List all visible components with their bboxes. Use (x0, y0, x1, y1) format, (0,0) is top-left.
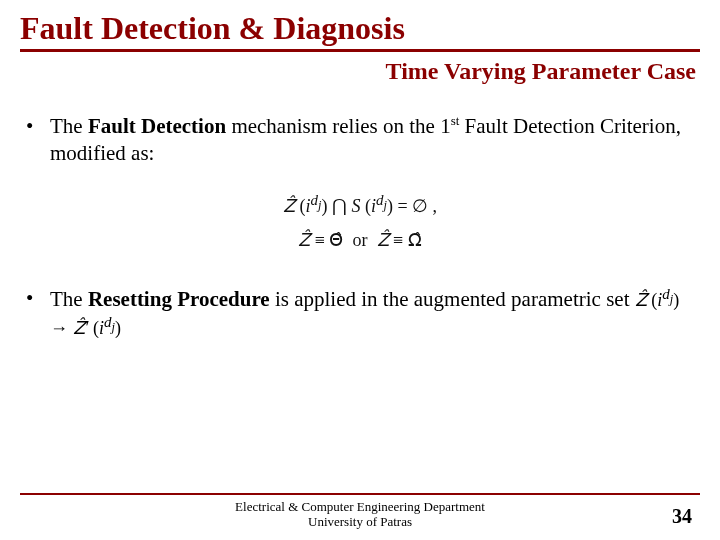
slide-subtitle: Time Varying Parameter Case (20, 58, 700, 85)
footer-line-2: University of Patras (0, 514, 720, 530)
slide: Fault Detection & Diagnosis Time Varying… (0, 0, 720, 540)
equation-image: Ẑ (idj) ⋂ S (idj) = ∅ , Ẑ ≡ Θ̂ or Ẑ ≡ Ω̂ (283, 186, 437, 257)
title-rule (20, 49, 700, 52)
equation-line-2: Ẑ ≡ Θ̂ or Ẑ ≡ Ω̂ (283, 223, 437, 257)
text-bold: Resetting Procedure (88, 287, 270, 311)
text-bold: Fault Detection (88, 114, 226, 138)
footer-text: Electrical & Computer Engineering Depart… (0, 499, 720, 530)
footer-line-1: Electrical & Computer Engineering Depart… (0, 499, 720, 515)
bullet-item-1: • The Fault Detection mechanism relies o… (26, 113, 694, 168)
content-area: • The Fault Detection mechanism relies o… (20, 113, 700, 540)
page-number: 34 (672, 505, 692, 528)
bullet-text-1: The Fault Detection mechanism relies on … (50, 113, 694, 168)
bullet-marker: • (26, 285, 50, 342)
text-fragment: mechanism relies on the 1 (226, 114, 451, 138)
equation-line-1: Ẑ (idj) ⋂ S (idj) = ∅ , (283, 186, 437, 223)
footer-rule (20, 493, 700, 495)
slide-title: Fault Detection & Diagnosis (20, 10, 700, 49)
text-fragment: is applied in the augmented parametric s… (270, 287, 635, 311)
text-fragment: The (50, 114, 88, 138)
text-fragment: The (50, 287, 88, 311)
footer: Electrical & Computer Engineering Depart… (0, 493, 720, 530)
bullet-item-2: • The Resetting Procedure is applied in … (26, 285, 694, 342)
bullet-text-2: The Resetting Procedure is applied in th… (50, 285, 694, 342)
bullet-marker: • (26, 113, 50, 168)
equation-block: Ẑ (idj) ⋂ S (idj) = ∅ , Ẑ ≡ Θ̂ or Ẑ ≡ Ω̂ (26, 186, 694, 257)
